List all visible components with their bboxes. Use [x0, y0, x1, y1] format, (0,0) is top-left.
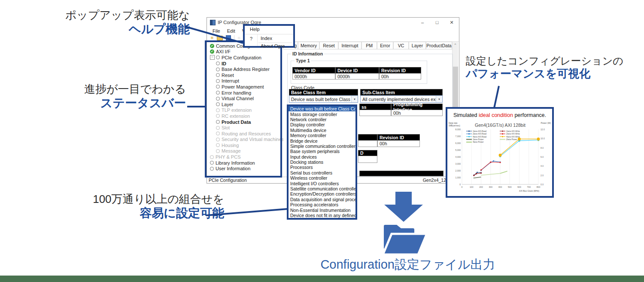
tree-item[interactable]: Base Address Register [207, 66, 283, 72]
dropdown-item[interactable]: Multimedia device [289, 128, 355, 133]
tree-item[interactable]: Reset [207, 72, 283, 78]
tree-item[interactable]: Routing and Resources [207, 131, 283, 137]
tree-item[interactable]: RC extension [207, 113, 283, 119]
tab-productdata[interactable]: ProductData [426, 42, 452, 49]
chart-legend-marker [502, 136, 503, 137]
programming-interface-value[interactable]: 00h [391, 110, 443, 116]
base-class-combo[interactable]: Device was built before Class Cod ▼ [289, 95, 358, 103]
tree-item[interactable]: ✔AXI I/F [207, 49, 283, 55]
tree-item[interactable]: Virtual Channel [207, 95, 283, 101]
dropdown-item[interactable]: Intelligent I/O controllers [289, 181, 355, 186]
tab-layer[interactable]: Layer [409, 42, 426, 49]
base-class-combo-value: Device was built before Class Cod [289, 97, 351, 102]
new-icon[interactable]: ✳ [210, 36, 214, 40]
menu-item-about[interactable]: About Ogre... [261, 43, 289, 49]
radio-icon [216, 91, 220, 95]
menu-edit[interactable]: Edit [224, 28, 239, 34]
chart-marker [476, 173, 477, 175]
base-class-dropdown-list: Device was built before Class Code dMass… [287, 104, 357, 220]
chart-x-tick: 400 [498, 186, 502, 188]
dropdown-item[interactable]: Mass storage controller [289, 111, 355, 116]
dropdown-item[interactable]: Serial bus controllers [289, 170, 355, 175]
chart-caption-part2: ideal condition [479, 112, 513, 118]
tab-memory[interactable]: Memory [298, 42, 319, 49]
tree-item[interactable]: Slot [207, 125, 283, 131]
chevron-down-icon[interactable]: ▼ [351, 96, 358, 102]
dropdown-item[interactable]: Display controller [289, 122, 355, 127]
tree-item-label: Product Data [222, 120, 251, 125]
tree-item[interactable]: Housing [207, 142, 283, 148]
tree-item[interactable]: User Information [207, 166, 283, 172]
tree-item[interactable]: Power Management [207, 84, 283, 90]
tree-item-label: Routing and Resources [222, 131, 271, 136]
tab-interrupt[interactable]: Interrupt [338, 42, 361, 49]
revision-id-value[interactable]: 00h [379, 74, 421, 80]
tree-item[interactable]: Interrupt [207, 78, 283, 84]
tree-item[interactable]: −PCIe Configuration [207, 55, 283, 61]
tab-reset[interactable]: Reset [319, 42, 338, 49]
refresh-icon[interactable]: ○ [237, 36, 240, 40]
tree-item[interactable]: TLP extension [207, 107, 283, 113]
chart-legend-marker [468, 133, 470, 135]
dropdown-item[interactable]: Simple communication controllers [289, 144, 355, 149]
tab-vc[interactable]: VC [393, 42, 409, 49]
dropdown-item[interactable]: Processors [289, 165, 355, 170]
minimize-button[interactable]: – [415, 18, 430, 27]
radio-icon [216, 114, 220, 118]
annotation-help: ポップアップ表示可能な ヘルプ機能 [60, 9, 190, 36]
radio-icon [216, 126, 220, 130]
tree-item[interactable]: Layer [207, 101, 283, 107]
chart-yright-tick: 0.0 [541, 183, 544, 186]
dropdown-item[interactable]: Base system peripherals [289, 149, 355, 154]
dropdown-item[interactable]: Docking stations [289, 159, 355, 165]
tree-item[interactable]: Error handling [207, 90, 283, 96]
dropdown-item[interactable]: Device does not fit in any defined cla [289, 213, 355, 218]
dropdown-item[interactable]: Satellite communication controllers [289, 186, 355, 191]
chart-legend-marker [502, 133, 503, 135]
chart-x-tick: 500 [508, 186, 512, 188]
tab-strip: gMemoryResetInterruptPMErrorVCLayerProdu… [283, 42, 452, 49]
chart-yright-tick: 12.0 [541, 128, 545, 131]
collapse-icon[interactable]: − [210, 55, 215, 60]
dropdown-item[interactable]: Encryption/Decryption controllers [289, 191, 355, 196]
close-button[interactable]: ✕ [444, 18, 459, 27]
subclass-value-cell[interactable] [359, 110, 391, 116]
dropdown-item[interactable]: Data acquisition and signal processin [289, 197, 355, 202]
small-id-value[interactable] [358, 156, 377, 163]
scroll-up-icon[interactable]: ^ [453, 42, 458, 48]
tree-item[interactable]: Message [207, 148, 283, 154]
dropdown-item[interactable]: Device was built before Class Code d [289, 106, 355, 111]
device-id-header: Device ID [335, 67, 379, 74]
dropdown-item[interactable]: Network controller [289, 117, 355, 122]
dropdown-item[interactable]: Processing accelerators [289, 202, 355, 207]
chart-yleft-tick: 5,000 [455, 149, 461, 151]
menu-file[interactable]: File [209, 28, 224, 34]
menu-help[interactable]: Help [250, 27, 260, 32]
radio-icon [210, 161, 214, 165]
maximize-button[interactable]: □ [430, 18, 444, 27]
dropdown-item[interactable]: Memory controller [289, 133, 355, 138]
dropdown-item[interactable]: Input devices [289, 154, 355, 159]
tree-item[interactable]: PHY & PCS [207, 154, 283, 160]
open-icon[interactable] [217, 36, 223, 40]
vendor-id-value[interactable]: 0000h [292, 74, 335, 80]
chart-legend-label: 4lane Power [473, 141, 484, 143]
tree-item[interactable]: Product Data [207, 119, 283, 125]
dropdown-item[interactable]: Non-Essential Instrumentation [289, 207, 355, 212]
tree-item[interactable]: Library Information [207, 160, 283, 166]
chart-title: Gen4(16GT/s) AXI 128bit [475, 123, 526, 128]
hidden-id-value[interactable] [358, 141, 377, 147]
performance-chart: 010020030040050060070080001,0002,0003,00… [447, 120, 552, 196]
tree-item[interactable]: ID [207, 61, 283, 67]
dropdown-item[interactable]: Wireless controller [289, 175, 355, 181]
save-icon[interactable] [226, 35, 231, 40]
tree-item[interactable]: Security and Virtual machines [207, 137, 283, 143]
tab-pm[interactable]: PM [361, 42, 377, 49]
chart-marker [477, 172, 478, 173]
tab-error[interactable]: Error [377, 42, 393, 49]
revision-id-value-2[interactable]: 00h [377, 141, 420, 147]
menu-item-index[interactable]: Index [261, 36, 272, 41]
chart-legend-label: 1lane AXI-Read [473, 130, 487, 132]
dropdown-item[interactable]: Bridge device [289, 138, 355, 143]
device-id-value[interactable]: 0000h [335, 74, 379, 80]
